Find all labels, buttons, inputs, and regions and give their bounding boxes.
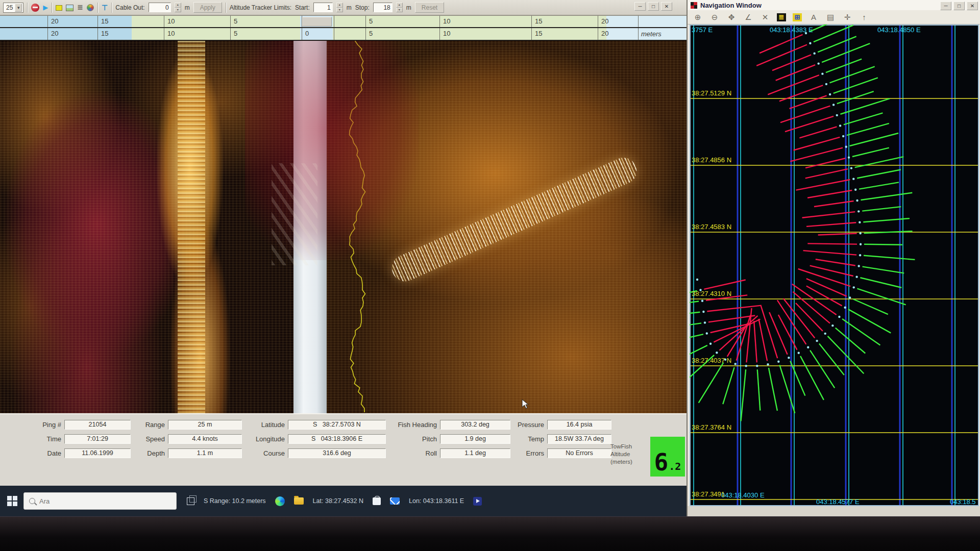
layers-icon[interactable]: ≣ [777, 13, 786, 21]
port-sonar-panel[interactable] [0, 41, 293, 413]
record-icon[interactable] [31, 4, 39, 12]
field-value: 7:01:29 [64, 434, 131, 444]
ruler-slider-handle[interactable] [302, 17, 332, 27]
track-fix-dot [798, 352, 800, 354]
start-input[interactable] [313, 3, 333, 12]
stop-spinner[interactable]: ▴▾ [396, 3, 403, 12]
track-fix-dot [854, 189, 856, 191]
mouse-cursor [522, 399, 529, 409]
track-fix-dot [821, 72, 823, 74]
lines-icon[interactable]: ≣ [77, 4, 83, 12]
track-fix-dot [702, 311, 704, 313]
toolbar-separator [226, 3, 226, 13]
cable-out-input[interactable] [149, 3, 171, 12]
reset-button[interactable]: Reset [415, 2, 444, 13]
cable-out-spinner[interactable]: ▴▾ [175, 3, 181, 12]
navigation-chart[interactable]: 3757 E043:18.4383 E043:18.4850 E043:18.4… [690, 24, 979, 506]
maximize-icon[interactable]: □ [648, 2, 659, 11]
stop-input[interactable] [373, 3, 393, 12]
close-icon[interactable]: ✕ [661, 2, 672, 11]
navigation-window: Navigation Window ─ □ ✕ ⊕⊖✥∠✕≣⊞A▤✛↑ 3757… [687, 0, 980, 516]
latitude-label: 38:27.4310 N [692, 290, 731, 297]
task-view-icon[interactable] [187, 497, 194, 505]
tiles-icon[interactable]: ⊞ [793, 13, 802, 21]
chevron-down-icon[interactable]: ▾ [15, 4, 22, 12]
print-icon[interactable]: ▤ [825, 12, 836, 22]
port-coverage-line [796, 303, 823, 331]
towfish-altitude-label: TowFish Altitude (meters) [610, 443, 649, 466]
start-spinner[interactable]: ▴▾ [336, 3, 343, 12]
palette-icon[interactable] [87, 4, 94, 11]
starboard-coverage-line [859, 182, 899, 189]
track-fix-dot [788, 357, 790, 359]
ruler-tick-label: 5 [369, 30, 373, 37]
telemetry-status-panel: Ping #21054Time7:01:29Date11.06.1999Rang… [0, 413, 687, 486]
starboard-coverage-line [699, 363, 724, 403]
starboard-sonar-panel[interactable] [327, 41, 687, 413]
pan-icon[interactable]: ✥ [726, 12, 737, 22]
track-fix-dot [809, 42, 811, 44]
chart-frame [690, 25, 978, 506]
windows-taskbar: S Range: 10.2 metersLat: 38:27.4532 NLon… [0, 486, 687, 516]
track-fix-dot [817, 62, 819, 64]
tvg-tool-icon[interactable]: ⊤ [102, 4, 108, 12]
file-explorer-icon[interactable] [294, 497, 304, 505]
port-coverage-line [799, 127, 837, 138]
ruler-gridline [164, 16, 164, 27]
track-fix-dot [859, 254, 861, 256]
edge-browser-icon[interactable] [275, 496, 285, 506]
cable-out-unit: m [185, 4, 190, 11]
color-swatch-icon[interactable] [56, 5, 62, 11]
track-fix-dot [701, 299, 703, 302]
mail-icon[interactable] [390, 497, 400, 505]
search-input[interactable] [39, 497, 162, 505]
starboard-coverage-line [847, 123, 889, 135]
latitude-label: 38:27.3491 [692, 490, 725, 498]
taskbar-search[interactable] [23, 492, 177, 510]
window-controls: ─ □ ✕ [634, 2, 672, 11]
crosshair-icon[interactable]: ✛ [842, 12, 852, 22]
field-value: 25 m [168, 420, 242, 430]
zoom-in-icon[interactable]: ⊕ [693, 12, 703, 22]
start-button[interactable] [7, 496, 17, 506]
toolbar-separator [111, 3, 112, 13]
towfish-altitude-readout: 6 .2 [650, 437, 685, 477]
play-icon[interactable]: ▶ [43, 4, 48, 12]
media-player-icon[interactable] [473, 497, 482, 506]
annotate-icon[interactable]: A [808, 12, 819, 22]
track-fix-dot [845, 146, 847, 148]
zoom-out-icon[interactable]: ⊖ [709, 12, 720, 22]
starboard-coverage-line [837, 91, 874, 104]
store-icon[interactable] [373, 497, 381, 505]
ruler-gridline [97, 28, 98, 40]
starboard-coverage-line [855, 157, 904, 167]
navigation-titlebar[interactable]: Navigation Window ─ □ ✕ [688, 0, 980, 10]
altitude-trace-line [327, 41, 687, 413]
minimize-icon[interactable]: ─ [634, 2, 646, 11]
longitude-label: 3757 E [692, 26, 713, 34]
delete-icon[interactable]: ✕ [760, 12, 770, 22]
close-icon[interactable]: ✕ [967, 2, 978, 10]
maximize-icon[interactable]: □ [953, 2, 965, 10]
track-fix-dot [824, 333, 826, 335]
range-scale-dropdown[interactable]: 25 ▾ [3, 3, 23, 13]
ruler-tick-label: 10 [167, 30, 175, 37]
apply-button[interactable]: Apply [193, 2, 222, 13]
toolbar-separator [27, 3, 28, 13]
track-fix-dot [756, 365, 758, 367]
starboard-coverage-line [840, 98, 890, 114]
image-view-icon[interactable] [66, 5, 74, 11]
ruler-tick-label: 20 [51, 30, 58, 37]
longitude-label: 043:18.4577 E [816, 498, 860, 506]
minimize-icon[interactable]: ─ [940, 2, 951, 10]
range-ruler-bottom: meters 201510505101520 [0, 28, 687, 40]
taskbar-items: S Range: 10.2 metersLat: 38:27.4532 NLon… [187, 486, 482, 516]
starboard-coverage-line [826, 59, 862, 73]
angle-icon[interactable]: ∠ [743, 12, 753, 22]
taskbar-status-text: Lat: 38:27.4532 N [313, 497, 363, 505]
pointer-icon[interactable]: ↑ [859, 12, 869, 22]
status-field-group: Ping #21054Time7:01:29Date11.06.1999 [36, 418, 131, 461]
starboard-coverage-line [857, 289, 905, 305]
toolbar-separator [52, 3, 52, 13]
port-coverage-line [805, 169, 848, 178]
